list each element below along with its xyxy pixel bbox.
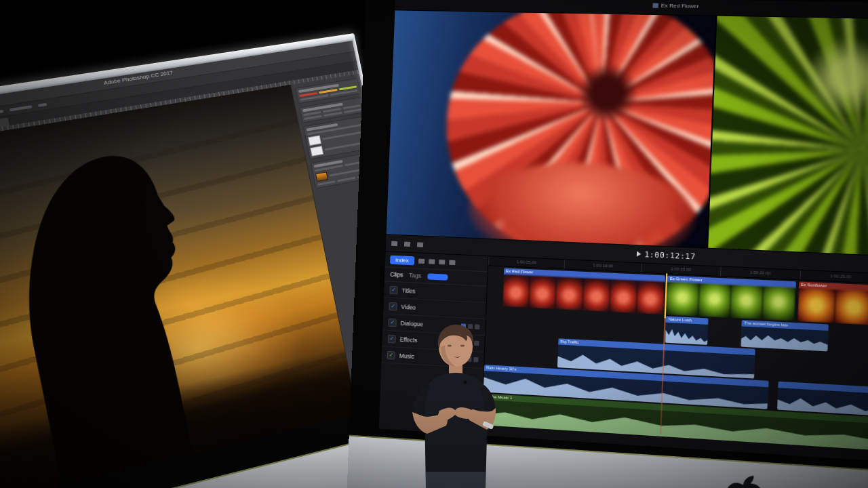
audio-clip-nature-lush[interactable]: Nature Lush [665,316,709,345]
project-title: Ex Red Flower [661,3,699,9]
checkbox-checked[interactable]: ✓ [389,285,397,294]
green-chrysanthemum-flower [707,16,868,259]
presenter [384,317,528,488]
clip-thumbnail [610,279,638,313]
clip-thumbnail [797,288,836,323]
finalcut-timeline: 1:00:05:00 1:00:10:00 1:00:15:00 1:00:20… [481,256,868,466]
preview-swatch [308,135,321,146]
video-clip-green-flower[interactable]: Ex Green Flower [666,276,796,321]
tab-tags[interactable]: Tags [409,272,421,279]
clip-thumbnail [730,285,764,319]
clip-thumbnail [502,274,530,308]
viewer-green-chrysanthemum-clip [707,16,868,259]
index-button[interactable]: Index [390,255,414,265]
layer-thumbnail[interactable] [315,171,328,182]
clip-thumbnail [666,282,699,317]
finalcut-viewer [387,10,868,259]
play-icon[interactable] [637,251,642,257]
tool-options-group[interactable] [9,105,33,111]
filmstrip-view-icon[interactable] [439,259,445,264]
tab-clips[interactable]: Clips [390,271,403,279]
tool-options-group[interactable] [0,110,4,115]
apple-logo [723,474,766,488]
clip-thumbnail [555,277,583,310]
viewer-red-dahlia-clip [387,10,716,247]
clip-thumbnail [835,289,868,325]
audio-waveform [741,329,829,352]
video-clip-red-flower[interactable]: Ex Red Flower [502,268,665,314]
clip-thumbnail [762,286,796,321]
ruler-tick: 1:00:25:00 [800,270,868,283]
clip-thumbnail [637,281,665,314]
audio-clip-sunset[interactable]: The sunset begins late [741,320,829,351]
preview-swatch [310,146,323,157]
clip-thumbnail [529,275,557,309]
list-view-icon[interactable] [429,259,435,264]
roles-button[interactable] [427,273,448,280]
tool-options-group[interactable] [38,103,47,107]
timecode-display: 1:00:12:17 [644,249,696,261]
clip-appearance-icon[interactable] [418,258,425,263]
skimming-icon[interactable] [449,260,455,264]
clip-thumbnail [698,283,731,318]
audio-waveform [665,324,709,345]
video-clip-sunflower[interactable]: Ex Sunflower [797,281,868,325]
checkbox-checked[interactable]: ✓ [389,302,397,310]
clip-thumbnail [583,278,611,312]
project-icon [652,3,658,7]
keynote-stage: Adobe Photoshop CC 2017 [0,0,868,488]
